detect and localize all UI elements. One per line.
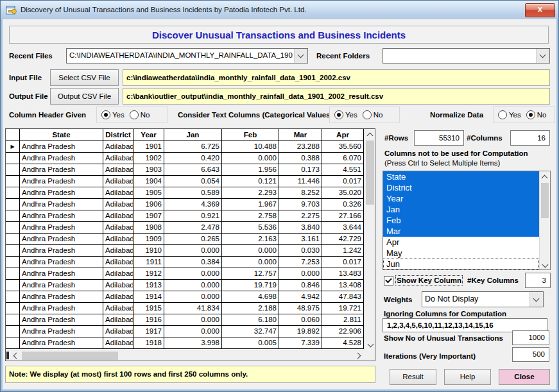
table-cell[interactable]: Adilabad bbox=[103, 234, 133, 245]
table-cell[interactable]: Adilabad bbox=[103, 314, 133, 326]
table-row[interactable]: Andhra PradeshAdilabad19100.0000.0000.03… bbox=[6, 245, 364, 257]
table-cell[interactable]: Andhra Pradesh bbox=[20, 153, 103, 164]
text-columns-yes-radio[interactable]: Yes bbox=[334, 110, 357, 119]
table-cell[interactable]: 0.060 bbox=[279, 314, 322, 326]
table-row[interactable]: Andhra PradeshAdilabad19183.9980.0057.33… bbox=[6, 337, 364, 349]
show-key-column-checkbox[interactable] bbox=[384, 276, 393, 285]
column-header-jan[interactable]: Jan bbox=[164, 129, 222, 141]
select-csv-file-button[interactable]: Select CSV File bbox=[50, 69, 119, 86]
table-cell[interactable]: 0.589 bbox=[164, 187, 222, 199]
table-cell[interactable]: 0.000 bbox=[222, 153, 279, 164]
row-selector[interactable] bbox=[6, 257, 20, 268]
table-cell[interactable]: 32.747 bbox=[222, 326, 279, 337]
table-row[interactable]: Andhra PradeshAdilabad19120.00012.7570.0… bbox=[6, 268, 364, 280]
table-cell[interactable]: 0.420 bbox=[164, 153, 222, 164]
table-cell[interactable]: Adilabad bbox=[103, 222, 133, 234]
table-cell[interactable]: Adilabad bbox=[103, 164, 133, 176]
table-cell[interactable]: 35.020 bbox=[322, 187, 364, 199]
listbox-scroll-thumb[interactable] bbox=[541, 183, 549, 218]
normalize-no-radio[interactable]: No bbox=[526, 110, 547, 119]
table-cell[interactable]: 0.384 bbox=[164, 257, 222, 268]
table-cell[interactable]: 3.840 bbox=[279, 222, 322, 234]
table-cell[interactable]: 1904 bbox=[133, 176, 164, 187]
row-selector[interactable] bbox=[6, 153, 20, 164]
table-cell[interactable]: 1917 bbox=[133, 326, 164, 337]
listbox-item-jan[interactable]: Jan bbox=[383, 204, 539, 215]
listbox-item-year[interactable]: Year bbox=[383, 193, 539, 204]
row-selector[interactable] bbox=[6, 234, 20, 245]
chevron-down-icon[interactable] bbox=[294, 49, 307, 63]
table-cell[interactable]: 19.892 bbox=[279, 326, 322, 337]
listbox-item-feb[interactable]: Feb bbox=[383, 215, 539, 226]
table-cell[interactable]: 5.536 bbox=[222, 222, 279, 234]
output-file-field[interactable]: c:\bank\outlier_output\india_monthly_rai… bbox=[123, 88, 550, 105]
table-cell[interactable]: Andhra Pradesh bbox=[20, 268, 103, 280]
table-row[interactable]: Andhra PradeshAdilabad19070.9212.7582.27… bbox=[6, 210, 364, 222]
input-file-field[interactable]: c:\indiaweatherdata\india_monthly_rainfa… bbox=[123, 69, 550, 86]
text-columns-no-radio[interactable]: No bbox=[363, 110, 383, 119]
row-selector[interactable] bbox=[6, 199, 20, 210]
column-header-feb[interactable]: Feb bbox=[222, 129, 279, 141]
row-selector[interactable] bbox=[6, 222, 20, 234]
table-cell[interactable]: 0.326 bbox=[322, 199, 364, 210]
table-cell[interactable]: 11.446 bbox=[279, 176, 322, 187]
table-cell[interactable]: Adilabad bbox=[103, 326, 133, 337]
table-cell[interactable]: Adilabad bbox=[103, 187, 133, 199]
scroll-down-icon[interactable] bbox=[365, 338, 375, 349]
chevron-down-icon[interactable] bbox=[529, 292, 543, 307]
table-row[interactable]: Andhra PradeshAdilabad19170.00032.74719.… bbox=[6, 326, 364, 337]
table-cell[interactable]: Andhra Pradesh bbox=[20, 257, 103, 268]
table-cell[interactable]: Andhra Pradesh bbox=[20, 210, 103, 222]
table-cell[interactable]: 9.703 bbox=[279, 199, 322, 210]
table-horizontal-scrollbar[interactable] bbox=[6, 350, 364, 361]
unusual-transactions-field[interactable]: 1000 bbox=[512, 330, 549, 345]
table-cell[interactable]: 0.017 bbox=[322, 257, 364, 268]
table-cell[interactable]: 1906 bbox=[133, 199, 164, 210]
table-cell[interactable]: 1.956 bbox=[222, 164, 279, 176]
table-cell[interactable]: 0.017 bbox=[322, 176, 364, 187]
row-selector[interactable]: ▶ bbox=[6, 141, 20, 153]
table-cell[interactable]: 2.293 bbox=[222, 187, 279, 199]
listbox-item-apr[interactable]: Apr bbox=[383, 237, 539, 248]
table-cell[interactable]: 1901 bbox=[133, 141, 164, 153]
show-key-column-label[interactable]: Show Key Column bbox=[397, 277, 461, 284]
table-cell[interactable]: Andhra Pradesh bbox=[20, 245, 103, 257]
table-cell[interactable]: 6.070 bbox=[322, 153, 364, 164]
table-cell[interactable]: 6.725 bbox=[164, 141, 222, 153]
row-selector[interactable] bbox=[6, 187, 20, 199]
scroll-right-icon[interactable] bbox=[353, 350, 364, 361]
scroll-down-icon[interactable] bbox=[539, 259, 550, 269]
table-cell[interactable]: 1902 bbox=[133, 153, 164, 164]
table-row[interactable]: Andhra PradeshAdilabad19020.4200.0000.38… bbox=[6, 153, 364, 164]
table-cell[interactable]: 7.339 bbox=[279, 337, 322, 349]
column-header-mar[interactable]: Mar bbox=[279, 129, 322, 141]
table-cell[interactable]: 2.188 bbox=[222, 303, 279, 314]
table-cell[interactable]: 0.000 bbox=[279, 268, 322, 280]
table-cell[interactable]: 1915 bbox=[133, 303, 164, 314]
table-cell[interactable]: 2.275 bbox=[279, 210, 322, 222]
table-cell[interactable]: Andhra Pradesh bbox=[20, 314, 103, 326]
scroll-left-icon[interactable] bbox=[10, 350, 21, 361]
table-cell[interactable]: 19.719 bbox=[222, 280, 279, 291]
table-cell[interactable]: 1905 bbox=[133, 187, 164, 199]
table-cell[interactable]: 1913 bbox=[133, 280, 164, 291]
table-cell[interactable]: 1910 bbox=[133, 245, 164, 257]
table-cell[interactable]: 0.921 bbox=[164, 210, 222, 222]
table-cell[interactable]: 1.967 bbox=[222, 199, 279, 210]
table-cell[interactable]: 0.030 bbox=[279, 245, 322, 257]
table-cell[interactable]: 13.483 bbox=[322, 268, 364, 280]
table-cell[interactable]: 4.528 bbox=[322, 337, 364, 349]
listbox-item-may[interactable]: May bbox=[383, 248, 539, 259]
row-selector[interactable] bbox=[6, 245, 20, 257]
table-cell[interactable]: 3.998 bbox=[164, 337, 222, 349]
table-cell[interactable]: 6.643 bbox=[164, 164, 222, 176]
listbox-item-state[interactable]: State bbox=[383, 171, 539, 182]
row-selector[interactable] bbox=[6, 303, 20, 314]
table-cell[interactable]: Adilabad bbox=[103, 141, 133, 153]
listbox-item-mar[interactable]: Mar bbox=[383, 226, 539, 237]
table-cell[interactable]: 0.388 bbox=[279, 153, 322, 164]
row-selector[interactable] bbox=[6, 291, 20, 303]
row-selector[interactable] bbox=[6, 326, 20, 337]
table-cell[interactable]: 22.906 bbox=[322, 326, 364, 337]
table-cell[interactable]: Andhra Pradesh bbox=[20, 291, 103, 303]
